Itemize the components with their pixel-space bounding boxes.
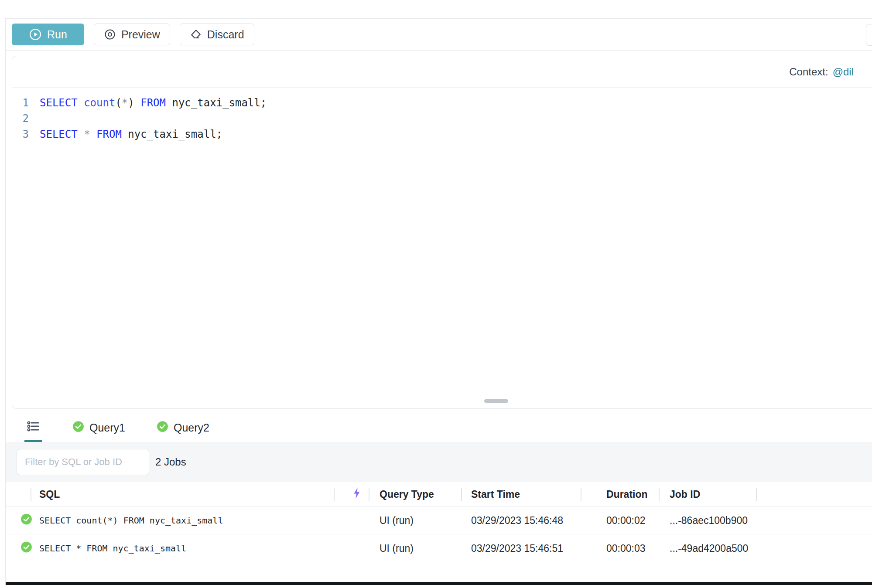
column-separator <box>581 488 581 501</box>
column-separator <box>31 488 31 501</box>
code-line: 3 SELECT * FROM nyc_taxi_small; <box>12 126 872 142</box>
code-line-text: SELECT count(*) FROM nyc_taxi_small; <box>29 95 267 111</box>
tab-job-list[interactable] <box>25 413 41 442</box>
tab-query1[interactable]: Query1 <box>72 413 125 442</box>
tab-query1-label: Query1 <box>89 421 125 434</box>
column-separator <box>369 488 369 501</box>
job-start-time: 03/29/2023 15:46:48 <box>471 514 563 526</box>
sql-workspace: Run Preview Discard <box>0 0 872 588</box>
collapsed-sidebar-rail <box>1 18 6 585</box>
jobs-count: 2 Jobs <box>155 456 186 468</box>
window-bottom-edge <box>6 582 872 585</box>
sql-code-editor[interactable]: 1 SELECT count(*) FROM nyc_taxi_small; 2… <box>12 88 872 142</box>
preview-button-label: Preview <box>121 28 160 41</box>
job-success-icon <box>21 513 32 527</box>
line-number: 3 <box>12 126 29 142</box>
editor-toolbar: Run Preview Discard <box>6 18 872 51</box>
line-number: 1 <box>12 95 29 111</box>
preview-lens-icon <box>104 28 116 41</box>
column-separator <box>756 488 757 501</box>
right-panel-toggle-button[interactable] <box>866 24 872 46</box>
discard-button-label: Discard <box>207 28 244 41</box>
main-panel: Run Preview Discard <box>6 0 872 585</box>
job-sql: SELECT * FROM nyc_taxi_small <box>39 543 186 554</box>
column-separator <box>461 488 462 501</box>
column-header-sql: SQL <box>39 488 60 500</box>
job-id: ...-86aec100b900 <box>670 514 748 526</box>
list-icon <box>25 418 41 437</box>
column-header-query-type: Query Type <box>380 488 434 500</box>
context-bar: Context: @dil <box>12 56 872 88</box>
preview-button[interactable]: Preview <box>94 24 170 45</box>
code-line: 2 <box>12 111 872 126</box>
job-query-type: UI (run) <box>380 542 414 554</box>
column-header-start-time: Start Time <box>471 488 520 500</box>
column-header-job-id: Job ID <box>670 488 700 500</box>
resize-handle[interactable] <box>484 399 508 403</box>
run-button[interactable]: Run <box>12 24 84 45</box>
job-id: ...-49ad4200a500 <box>670 542 748 554</box>
tab-query2[interactable]: Query2 <box>157 413 209 442</box>
job-query-type: UI (run) <box>380 514 414 526</box>
jobs-filter-input[interactable] <box>17 449 149 475</box>
job-row[interactable]: SELECT count(*) FROM nyc_taxi_small UI (… <box>6 506 872 534</box>
column-separator <box>659 488 660 501</box>
bolt-icon <box>351 486 362 502</box>
line-number: 2 <box>12 111 29 126</box>
sql-editor-card: Context: @dil 1 SELECT count(*) FROM nyc… <box>12 56 872 409</box>
code-line: 1 SELECT count(*) FROM nyc_taxi_small; <box>12 95 872 111</box>
job-success-icon <box>21 541 32 555</box>
run-button-label: Run <box>47 28 67 41</box>
code-line-text <box>29 111 40 126</box>
context-link[interactable]: @dil <box>833 66 854 78</box>
success-check-icon <box>72 421 84 435</box>
job-sql: SELECT count(*) FROM nyc_taxi_small <box>39 515 223 526</box>
discard-button[interactable]: Discard <box>180 24 254 45</box>
code-line-text: SELECT * FROM nyc_taxi_small; <box>29 126 222 142</box>
column-separator <box>334 488 335 501</box>
context-label: Context: <box>789 66 828 78</box>
job-row[interactable]: SELECT * FROM nyc_taxi_small UI (run) 03… <box>6 534 872 562</box>
results-tabbar: Query1 Query2 <box>6 413 872 442</box>
job-duration: 00:00:03 <box>606 542 646 554</box>
job-start-time: 03/29/2023 15:46:51 <box>471 542 563 554</box>
column-header-duration: Duration <box>606 488 648 500</box>
eraser-icon <box>190 28 202 41</box>
jobs-filter-bar: 2 Jobs <box>6 442 872 482</box>
tab-query2-label: Query2 <box>174 421 209 434</box>
jobs-table-header: SQL Query Type Start Time Duratio <box>6 482 872 506</box>
job-duration: 00:00:02 <box>606 514 646 526</box>
play-circle-icon <box>29 28 42 41</box>
success-check-icon <box>157 421 168 435</box>
